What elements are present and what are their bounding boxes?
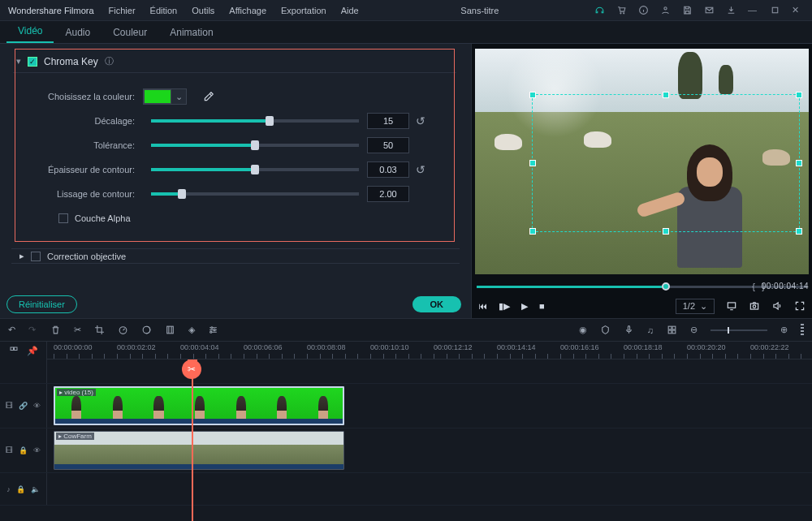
crop-icon[interactable] <box>94 325 105 335</box>
eye-icon[interactable]: 👁 <box>33 446 41 454</box>
menu-edit[interactable]: Édition <box>144 2 184 19</box>
menu-view[interactable]: Affichage <box>222 2 273 19</box>
prev-frame-icon[interactable]: ⏮ <box>478 301 487 311</box>
tab-animation[interactable]: Animation <box>158 22 224 43</box>
pin-icon[interactable]: 📌 <box>27 346 38 356</box>
slider-1[interactable] <box>151 144 359 147</box>
svg-point-1 <box>624 13 624 14</box>
cart-icon[interactable] <box>616 5 627 15</box>
snapshot-icon[interactable] <box>749 300 760 312</box>
lens-correction-header[interactable]: ▸ Correction objective <box>11 248 460 264</box>
info-icon[interactable] <box>638 5 649 15</box>
music-icon[interactable]: ♫ <box>647 325 654 335</box>
preview-timecode: 00:00:04:14 <box>762 282 809 291</box>
color-picker[interactable]: ⌄ <box>143 88 187 105</box>
title-bar: Wondershare Filmora Fichier Édition Outi… <box>0 0 812 21</box>
close-icon[interactable]: ✕ <box>792 5 802 15</box>
delete-icon[interactable] <box>50 325 61 335</box>
help-icon[interactable]: ⓘ <box>105 55 114 67</box>
menu-tools[interactable]: Outils <box>185 2 221 19</box>
timeline-tracks: ✂ 🎞🔗👁▸ video (15)🎞🔒👁▸ CowFarm♪🔒🔈 <box>0 360 812 521</box>
save-icon[interactable] <box>682 5 693 15</box>
volume-icon[interactable] <box>771 300 783 312</box>
green-screen-icon[interactable] <box>165 325 175 335</box>
chevron-down-icon: ⌄ <box>700 301 707 312</box>
svg-rect-6 <box>728 303 735 308</box>
record-icon[interactable] <box>624 325 634 335</box>
fullscreen-icon[interactable] <box>794 300 806 312</box>
color-icon[interactable] <box>141 325 152 335</box>
collapse-icon[interactable]: ▾ <box>16 56 21 67</box>
marker-icon[interactable] <box>600 325 611 335</box>
eye-icon[interactable]: 👁 <box>33 402 41 410</box>
alpha-checkbox[interactable] <box>58 213 68 223</box>
reset-button[interactable]: Réinitialiser <box>6 295 77 313</box>
chevron-down-icon[interactable]: ⌄ <box>171 89 186 104</box>
markers-icon[interactable] <box>801 324 804 337</box>
vol-icon[interactable]: 🔈 <box>31 485 40 493</box>
clip-video (15)[interactable]: ▸ video (15) <box>54 386 344 425</box>
grid-icon[interactable] <box>667 325 677 335</box>
zoom-slider[interactable] <box>710 329 767 331</box>
timeline-ruler[interactable]: 00:00:00:0000:00:02:0200:00:04:0400:00:0… <box>47 342 812 360</box>
step-back-icon[interactable]: ▮▶ <box>499 301 510 312</box>
svg-point-13 <box>214 329 215 330</box>
slider-0[interactable] <box>151 119 359 123</box>
playhead[interactable] <box>192 360 193 521</box>
app-title: Wondershare Filmora <box>5 6 102 15</box>
slider-2[interactable] <box>151 168 359 171</box>
video-preview[interactable] <box>475 49 809 274</box>
reset-slider-icon[interactable]: ↺ <box>409 114 432 127</box>
ruler-tick: 00:00:08:08 <box>307 343 346 351</box>
menu-export[interactable]: Exportation <box>274 2 333 19</box>
tab-color[interactable]: Couleur <box>102 22 158 43</box>
lock-icon[interactable]: 🔒 <box>16 485 25 493</box>
stop-icon[interactable]: ■ <box>539 301 545 311</box>
adjust-icon[interactable] <box>208 325 218 335</box>
undo-icon[interactable]: ↶ <box>8 325 15 335</box>
tab-video[interactable]: Vidéo <box>6 20 54 43</box>
slider-value[interactable]: 15 <box>367 113 409 129</box>
preview-scrubber[interactable]: { } 00:00:04:14 <box>477 279 807 294</box>
zoom-in-icon[interactable]: ⊕ <box>780 325 788 335</box>
page-indicator[interactable]: 1/2⌄ <box>676 299 715 314</box>
chroma-title: Chroma Key <box>44 56 98 67</box>
account-icon[interactable] <box>660 5 671 15</box>
split-icon[interactable]: ✂ <box>74 325 81 335</box>
speed-icon[interactable] <box>118 325 128 335</box>
display-icon[interactable] <box>726 300 737 312</box>
svg-rect-18 <box>668 330 672 334</box>
play-icon[interactable]: ▶ <box>521 301 528 312</box>
clip-CowFarm[interactable]: ▸ CowFarm <box>54 431 344 470</box>
link-icon[interactable]: 🔗 <box>19 402 28 410</box>
mixer-icon[interactable]: ◉ <box>579 325 587 335</box>
lens-correction-checkbox[interactable] <box>31 252 41 261</box>
download-icon[interactable] <box>726 5 736 15</box>
expand-icon[interactable]: ▸ <box>19 251 24 261</box>
eyedropper-icon[interactable] <box>203 91 214 102</box>
brace-left[interactable]: { <box>752 282 755 291</box>
maximize-icon[interactable] <box>770 5 780 15</box>
zoom-out-icon[interactable]: ⊖ <box>690 325 698 335</box>
selection-box[interactable] <box>532 94 800 232</box>
slider-value[interactable]: 50 <box>367 137 409 153</box>
lock-icon[interactable]: 🔒 <box>19 446 28 454</box>
menu-file[interactable]: Fichier <box>102 2 142 19</box>
tab-audio[interactable]: Audio <box>54 22 102 43</box>
minimize-icon[interactable]: — <box>748 5 758 15</box>
chroma-enable-checkbox[interactable]: ✓ <box>28 57 37 67</box>
ok-button[interactable]: OK <box>412 296 462 312</box>
timeline-menu-icon[interactable] <box>9 346 19 355</box>
keyframe-icon[interactable]: ◈ <box>188 325 195 335</box>
mail-icon[interactable] <box>704 5 715 15</box>
slider-value[interactable]: 2.00 <box>367 186 409 202</box>
slider-3[interactable] <box>151 192 359 196</box>
cut-indicator[interactable]: ✂ <box>182 360 201 379</box>
slider-value[interactable]: 0.03 <box>367 161 409 178</box>
menu-help[interactable]: Aide <box>335 2 365 19</box>
reset-slider-icon[interactable]: ↺ <box>409 163 432 176</box>
redo-icon[interactable]: ↷ <box>28 325 36 335</box>
chroma-key-header[interactable]: ▾ ✓ Chroma Key ⓘ <box>13 50 456 73</box>
support-icon[interactable] <box>594 5 605 15</box>
track-a1: ♪🔒🔈 <box>0 473 812 506</box>
